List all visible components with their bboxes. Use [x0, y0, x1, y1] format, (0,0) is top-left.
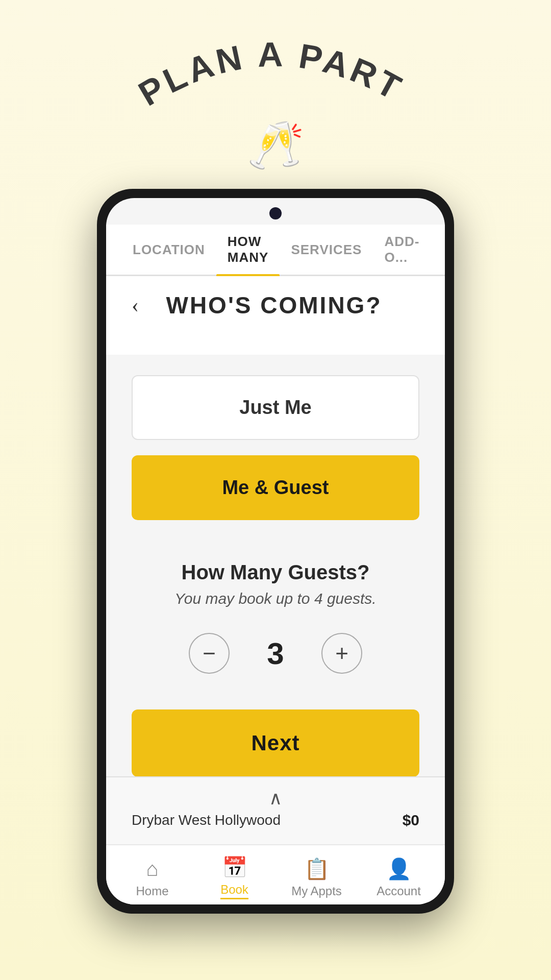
price-display: $0 — [403, 812, 419, 829]
svg-text:PLAN A PARTY: PLAN A PARTY — [128, 41, 410, 112]
next-button[interactable]: Next — [132, 709, 419, 776]
tab-add-ons[interactable]: ADD-O... — [373, 225, 431, 275]
plan-party-title: PLAN A PARTY — [128, 41, 423, 112]
top-section: ‹ WHO'S COMING? — [106, 276, 445, 355]
nav-appts-label: My Appts — [291, 884, 342, 898]
nav-book-label: Book — [220, 883, 248, 899]
me-and-guest-button[interactable]: Me & Guest — [132, 455, 419, 520]
nav-my-appts[interactable]: 📋 My Appts — [276, 857, 358, 898]
bottom-bar: ∧ Drybar West Hollywood $0 — [106, 776, 445, 844]
back-button[interactable]: ‹ — [132, 295, 139, 316]
chevron-up-icon[interactable]: ∧ — [127, 788, 424, 809]
header-area: PLAN A PARTY 🥂 — [0, 0, 551, 189]
home-icon: ⌂ — [146, 857, 158, 881]
increment-button[interactable]: + — [321, 633, 362, 674]
nav-account[interactable]: 👤 Account — [358, 857, 440, 898]
guests-title: How Many Guests? — [182, 561, 370, 584]
book-icon: 📅 — [222, 855, 247, 879]
phone-frame: LOCATION HOW MANY SERVICES ADD-O... ‹ WH… — [97, 189, 454, 914]
guests-section: How Many Guests? You may book up to 4 gu… — [106, 535, 445, 689]
nav-account-label: Account — [377, 884, 421, 898]
tab-how-many[interactable]: HOW MANY — [216, 225, 280, 275]
tab-services[interactable]: SERVICES — [280, 233, 373, 267]
options-section: Just Me Me & Guest — [106, 355, 445, 535]
back-header: ‹ WHO'S COMING? — [132, 291, 419, 319]
nav-home[interactable]: ⌂ Home — [111, 857, 193, 898]
guest-count: 3 — [260, 636, 291, 671]
next-section: Next I want to book more than 4 — [106, 689, 445, 776]
bottom-navigation: ⌂ Home 📅 Book 📋 My Appts 👤 Account — [106, 844, 445, 904]
tab-navigation: LOCATION HOW MANY SERVICES ADD-O... — [106, 225, 445, 276]
counter-row: − 3 + — [189, 633, 362, 674]
champagne-icon: 🥂 — [247, 122, 304, 168]
phone-screen: LOCATION HOW MANY SERVICES ADD-O... ‹ WH… — [106, 198, 445, 904]
decrement-button[interactable]: − — [189, 633, 230, 674]
page-title: WHO'S COMING? — [149, 291, 419, 319]
nav-home-label: Home — [136, 884, 168, 898]
screen-content: ‹ WHO'S COMING? Just Me Me & Guest How M… — [106, 276, 445, 776]
tab-location[interactable]: LOCATION — [121, 233, 216, 267]
account-icon: 👤 — [386, 857, 412, 881]
nav-book[interactable]: 📅 Book — [193, 855, 276, 899]
appts-icon: 📋 — [304, 857, 330, 881]
location-bar: Drybar West Hollywood $0 — [127, 812, 424, 839]
just-me-button[interactable]: Just Me — [132, 375, 419, 440]
location-name: Drybar West Hollywood — [132, 812, 281, 828]
guests-subtitle: You may book up to 4 guests. — [174, 590, 376, 607]
camera-notch — [269, 207, 282, 219]
